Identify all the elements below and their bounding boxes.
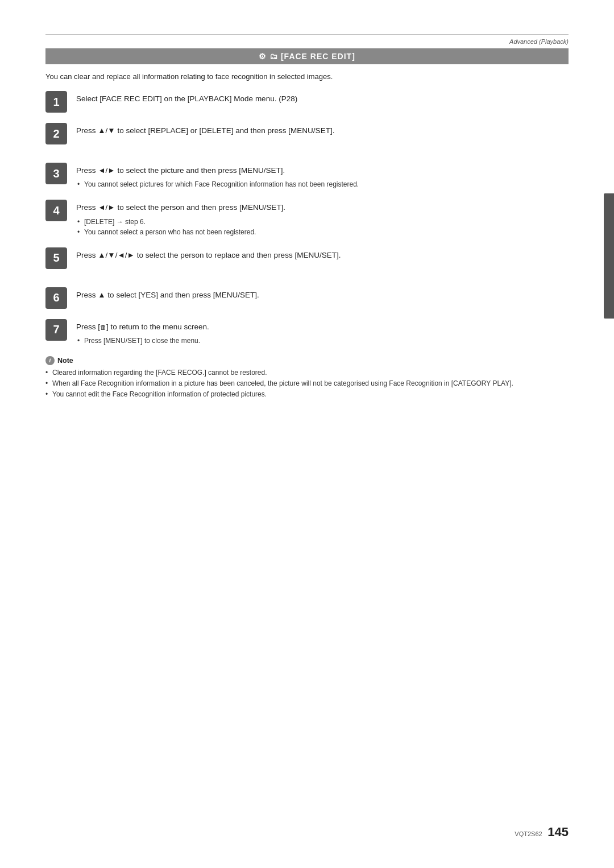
- step-content-2: Press ▲/▼ to select [REPLACE] or [DELETE…: [76, 123, 569, 137]
- step-4: 4 Press ◄/► to select the person and the…: [45, 200, 569, 237]
- step-6: 6 Press ▲ to select [YES] and then press…: [45, 287, 569, 309]
- step-3-bullet-1: You cannot select pictures for which Fac…: [77, 179, 569, 189]
- step-text-5: Press ▲/▼/◄/► to select the person to re…: [76, 250, 569, 261]
- intro-text: You can clear and replace all informatio…: [45, 72, 569, 81]
- step-text-4: Press ◄/► to select the person and then …: [76, 202, 569, 213]
- step-num-4: 4: [45, 200, 67, 221]
- step-content-3: Press ◄/► to select the picture and then…: [76, 163, 569, 189]
- footer-code: VQT2S62: [515, 830, 542, 837]
- step-num-5: 5: [45, 247, 67, 269]
- page-number-area: VQT2S62 145: [515, 825, 569, 840]
- footer-page: 145: [547, 825, 569, 839]
- step-text-2: Press ▲/▼ to select [REPLACE] or [DELETE…: [76, 125, 569, 137]
- section-title-text: 🗂 [FACE REC EDIT]: [269, 52, 355, 61]
- step-7: 7 Press [🗑] to return to the menu screen…: [45, 319, 569, 346]
- step-text-6: Press ▲ to select [YES] and then press […: [76, 290, 569, 301]
- step-num-7: 7: [45, 319, 67, 341]
- note-label: Note: [57, 357, 73, 365]
- note-bullet-2: When all Face Recognition information in…: [45, 378, 569, 389]
- step-content-6: Press ▲ to select [YES] and then press […: [76, 287, 569, 301]
- step-content-4: Press ◄/► to select the person and then …: [76, 200, 569, 237]
- top-divider: [45, 34, 569, 35]
- step-3: 3 Press ◄/► to select the picture and th…: [45, 163, 569, 189]
- step-4-bullet-2: You cannot select a person who has not b…: [77, 227, 569, 237]
- step-num-6: 6: [45, 287, 67, 309]
- note-title: i Note: [45, 356, 569, 365]
- step-4-bullets: [DELETE] → step 6. You cannot select a p…: [77, 217, 569, 237]
- step-4-bullet-1: [DELETE] → step 6.: [77, 217, 569, 227]
- step-num-2: 2: [45, 123, 67, 144]
- step-5: 5 Press ▲/▼/◄/► to select the person to …: [45, 247, 569, 269]
- note-bullet-3: You cannot edit the Face Recognition inf…: [45, 389, 569, 400]
- sidebar-tab: [604, 193, 614, 319]
- section-title-bar: ⚙ 🗂 [FACE REC EDIT]: [45, 48, 569, 64]
- step-7-bullets: Press [MENU/SET] to close the menu.: [77, 336, 569, 346]
- note-icon: i: [45, 356, 55, 365]
- step-1: 1 Select [FACE REC EDIT] on the [PLAYBAC…: [45, 91, 569, 113]
- chapter-label: Advanced (Playback): [45, 38, 569, 45]
- page: Advanced (Playback) ⚙ 🗂 [FACE REC EDIT] …: [0, 0, 614, 868]
- step-3-bullets: You cannot select pictures for which Fac…: [77, 179, 569, 189]
- note-section: i Note Cleared information regarding the…: [45, 356, 569, 400]
- step-content-1: Select [FACE REC EDIT] on the [PLAYBACK]…: [76, 91, 569, 105]
- step-content-7: Press [🗑] to return to the menu screen. …: [76, 319, 569, 346]
- step-text-7: Press [🗑] to return to the menu screen.: [76, 321, 569, 333]
- step-content-5: Press ▲/▼/◄/► to select the person to re…: [76, 247, 569, 261]
- step-2: 2 Press ▲/▼ to select [REPLACE] or [DELE…: [45, 123, 569, 144]
- step-num-3: 3: [45, 163, 67, 184]
- step-num-1: 1: [45, 91, 67, 113]
- step-text-1: Select [FACE REC EDIT] on the [PLAYBACK]…: [76, 93, 569, 105]
- step-7-bullet-1: Press [MENU/SET] to close the menu.: [77, 336, 569, 346]
- section-title-icon: ⚙: [259, 52, 267, 61]
- note-bullets: Cleared information regarding the [FACE …: [45, 367, 569, 400]
- note-bullet-1: Cleared information regarding the [FACE …: [45, 367, 569, 378]
- step-text-3: Press ◄/► to select the picture and then…: [76, 165, 569, 176]
